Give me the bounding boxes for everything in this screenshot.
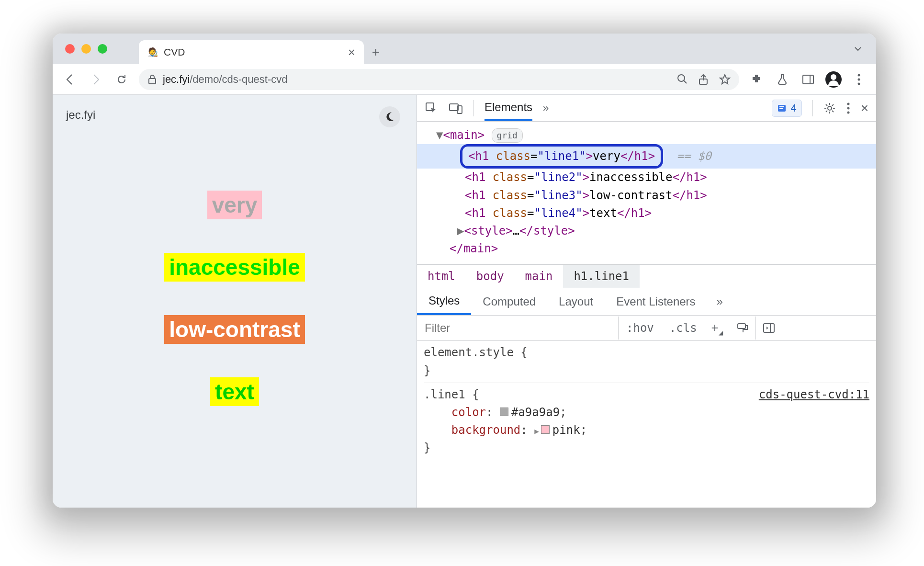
forward-button[interactable] bbox=[87, 71, 104, 88]
tab-title: CVD bbox=[164, 46, 185, 58]
tab-styles[interactable]: Styles bbox=[417, 288, 471, 315]
window-controls bbox=[65, 44, 107, 54]
browser-window: 🧑‍🎨 CVD × + jec.fyi/demo/cds-quest-cvd bbox=[53, 34, 876, 508]
grid-badge[interactable]: grid bbox=[492, 128, 523, 143]
dom-h1-line4[interactable]: <h1 class="line4">text</h1> bbox=[436, 204, 876, 222]
dom-h1-line1[interactable]: ⋯ <h1 class="line1">very</h1> == $0 bbox=[417, 144, 876, 169]
dom-h1-line2[interactable]: <h1 class="line2">inaccessible</h1> bbox=[436, 169, 876, 186]
fullscreen-window-button[interactable] bbox=[98, 44, 107, 54]
breadcrumb: html body main h1.line1 bbox=[417, 264, 876, 288]
new-style-rule-icon[interactable]: +◢ bbox=[705, 320, 730, 336]
tab-computed[interactable]: Computed bbox=[471, 289, 547, 314]
dom-main-open[interactable]: ▼<main> grid bbox=[436, 126, 876, 144]
demo-line1: very bbox=[207, 191, 262, 219]
minimize-window-button[interactable] bbox=[81, 44, 91, 54]
issues-indicator[interactable]: 4 bbox=[772, 100, 801, 117]
line1-rule[interactable]: cds-quest-cvd:11 .line1 { color: #a9a9a9… bbox=[424, 383, 869, 457]
source-link[interactable]: cds-quest-cvd:11 bbox=[759, 386, 869, 404]
demo-content: very inaccessible low-contrast text bbox=[53, 191, 417, 406]
panel-tab-elements[interactable]: Elements bbox=[485, 95, 532, 121]
new-tab-button[interactable]: + bbox=[364, 40, 388, 64]
tabs-menu-button[interactable] bbox=[853, 44, 863, 54]
styles-filter-row: :hov .cls +◢ bbox=[417, 316, 876, 341]
svg-point-14 bbox=[847, 111, 849, 113]
browser-menu-icon[interactable] bbox=[850, 71, 868, 88]
crumb-html[interactable]: html bbox=[417, 265, 466, 288]
settings-icon[interactable] bbox=[823, 102, 836, 114]
inspect-icon[interactable] bbox=[425, 102, 438, 115]
hov-toggle[interactable]: :hov bbox=[619, 321, 662, 335]
svg-rect-15 bbox=[738, 324, 745, 328]
color-swatch[interactable] bbox=[500, 408, 508, 416]
theme-toggle-button[interactable] bbox=[379, 106, 400, 127]
tab-strip: 🧑‍🎨 CVD × + bbox=[53, 34, 876, 64]
close-window-button[interactable] bbox=[65, 44, 75, 54]
css-rules-pane[interactable]: element.style { } cds-quest-cvd:11 .line… bbox=[417, 341, 876, 460]
svg-point-11 bbox=[828, 106, 832, 110]
styles-filter-input[interactable] bbox=[417, 316, 618, 340]
issues-count: 4 bbox=[790, 102, 796, 114]
tab-close-icon[interactable]: × bbox=[348, 45, 355, 60]
page-site-label: jec.fyi bbox=[66, 108, 403, 122]
bookmark-star-icon[interactable] bbox=[719, 74, 731, 85]
address-bar[interactable]: jec.fyi/demo/cds-quest-cvd bbox=[139, 69, 739, 90]
demo-line4: text bbox=[210, 377, 259, 406]
url-text: jec.fyi/demo/cds-quest-cvd bbox=[163, 73, 287, 86]
rendered-page: jec.fyi very inaccessible low-contrast t… bbox=[53, 95, 417, 508]
paint-icon[interactable] bbox=[730, 322, 755, 334]
labs-icon[interactable] bbox=[774, 71, 791, 88]
dom-main-close[interactable]: </main> bbox=[436, 240, 876, 258]
svg-point-12 bbox=[847, 102, 849, 105]
cls-toggle[interactable]: .cls bbox=[662, 321, 705, 335]
svg-rect-16 bbox=[764, 324, 774, 332]
lock-icon bbox=[147, 74, 157, 85]
demo-line3: low-contrast bbox=[164, 315, 304, 344]
bg-swatch[interactable] bbox=[541, 425, 550, 434]
svg-point-6 bbox=[858, 82, 860, 85]
devtools-panel: Elements » 4 × ▼<main> bbox=[417, 95, 876, 508]
more-styles-tabs-icon[interactable]: » bbox=[707, 289, 732, 314]
tab-event-listeners[interactable]: Event Listeners bbox=[605, 289, 707, 314]
tab-layout[interactable]: Layout bbox=[547, 289, 605, 314]
content-area: jec.fyi very inaccessible low-contrast t… bbox=[53, 95, 876, 508]
profile-avatar[interactable] bbox=[825, 71, 842, 88]
elements-tree[interactable]: ▼<main> grid ⋯ <h1 class="line1">very</h… bbox=[417, 122, 876, 264]
svg-rect-0 bbox=[149, 79, 156, 84]
crumb-h1[interactable]: h1.line1 bbox=[563, 265, 640, 288]
crumb-main[interactable]: main bbox=[515, 265, 563, 288]
dom-style[interactable]: ▶<style>…</style> bbox=[436, 222, 876, 240]
svg-point-5 bbox=[858, 78, 860, 80]
svg-rect-3 bbox=[803, 75, 813, 84]
styles-tabs: Styles Computed Layout Event Listeners » bbox=[417, 288, 876, 316]
extensions-icon[interactable] bbox=[748, 71, 765, 88]
toolbar: jec.fyi/demo/cds-quest-cvd bbox=[53, 64, 876, 95]
devtools-header: Elements » 4 × bbox=[417, 95, 876, 122]
reload-button[interactable] bbox=[113, 71, 130, 88]
browser-tab[interactable]: 🧑‍🎨 CVD × bbox=[139, 40, 364, 64]
share-icon[interactable] bbox=[698, 74, 709, 85]
svg-point-13 bbox=[847, 107, 849, 109]
back-button[interactable] bbox=[61, 71, 79, 88]
devtools-close-icon[interactable]: × bbox=[861, 101, 868, 116]
svg-point-1 bbox=[678, 75, 685, 81]
zoom-icon[interactable] bbox=[677, 74, 687, 85]
tab-favicon: 🧑‍🎨 bbox=[147, 47, 158, 57]
more-panels-icon[interactable]: » bbox=[543, 102, 549, 114]
sidepanel-icon[interactable] bbox=[800, 71, 817, 88]
computed-sidebar-icon[interactable] bbox=[756, 323, 782, 333]
demo-line2: inaccessible bbox=[164, 253, 305, 282]
svg-point-4 bbox=[858, 74, 860, 76]
dom-h1-line3[interactable]: <h1 class="line3">low-contrast</h1> bbox=[436, 187, 876, 204]
device-toolbar-icon[interactable] bbox=[449, 102, 463, 114]
devtools-menu-icon[interactable] bbox=[846, 102, 850, 114]
crumb-body[interactable]: body bbox=[466, 265, 515, 288]
element-style-rule[interactable]: element.style { } bbox=[424, 344, 869, 379]
